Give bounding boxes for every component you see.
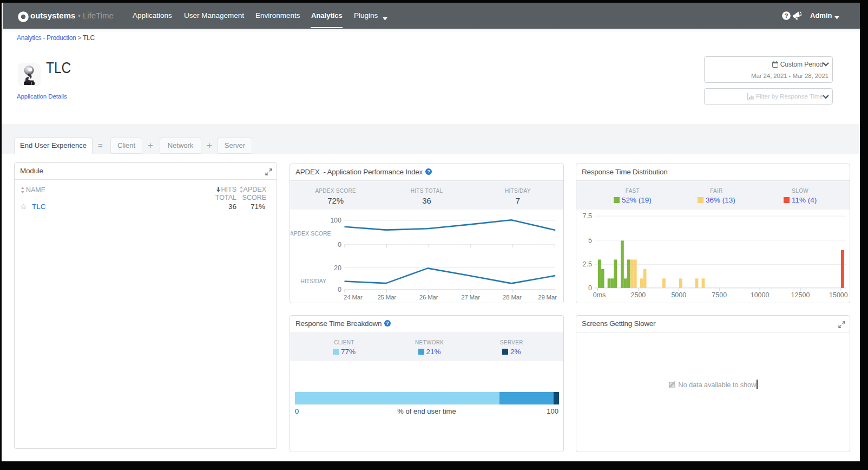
svg-text:0: 0: [588, 284, 592, 292]
svg-text:0ms: 0ms: [593, 291, 606, 299]
svg-text:APDEX SCORE: APDEX SCORE: [291, 230, 331, 237]
svg-text:HITS/DAY: HITS/DAY: [300, 278, 326, 284]
svg-text:100: 100: [330, 217, 341, 224]
svg-text:0: 0: [338, 286, 341, 293]
svg-text:27 Mar: 27 Mar: [461, 294, 480, 301]
svg-text:29 Mar: 29 Mar: [538, 294, 557, 301]
svg-text:10000: 10000: [751, 291, 770, 299]
svg-text:12500: 12500: [791, 291, 810, 299]
svg-text:25 Mar: 25 Mar: [377, 294, 396, 301]
svg-text:24 Mar: 24 Mar: [344, 294, 363, 301]
svg-text:?: ?: [784, 12, 788, 19]
svg-text:0: 0: [338, 241, 341, 249]
svg-text:7500: 7500: [712, 291, 727, 299]
svg-text:2.5: 2.5: [583, 260, 592, 268]
svg-text:?: ?: [386, 321, 389, 326]
svg-text:28 Mar: 28 Mar: [503, 294, 522, 301]
svg-text:7.5: 7.5: [583, 212, 592, 220]
svg-text:26 Mar: 26 Mar: [419, 294, 438, 301]
svg-text:?: ?: [428, 169, 430, 174]
svg-text:5: 5: [588, 237, 592, 244]
svg-text:5000: 5000: [671, 291, 686, 299]
svg-text:15000: 15000: [829, 291, 848, 299]
svg-text:2500: 2500: [630, 291, 646, 299]
svg-text:20: 20: [334, 264, 341, 272]
